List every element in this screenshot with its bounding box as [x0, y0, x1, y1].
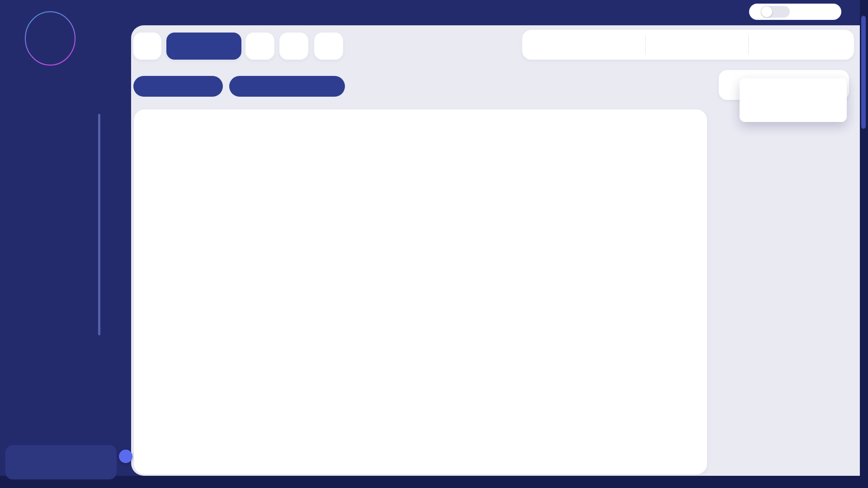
sidebar [0, 0, 131, 476]
app-logo [24, 11, 76, 66]
chevron-down-icon [791, 41, 799, 49]
start-end-picker[interactable] [528, 30, 547, 60]
no-production-view-button[interactable] [314, 33, 343, 60]
material-selection-button[interactable] [133, 76, 223, 97]
pie-view-button[interactable] [133, 33, 161, 60]
chart-card [134, 109, 707, 474]
bottom-page-edge [0, 476, 868, 488]
production-charts [134, 109, 707, 474]
date-filter-bar [522, 30, 854, 60]
qr-view-button[interactable] [245, 33, 274, 60]
device-card[interactable] [5, 445, 117, 479]
calendar-check-icon [528, 39, 541, 51]
aggregation-select[interactable] [760, 30, 799, 60]
sidebar-collapse-button[interactable] [119, 450, 132, 463]
settings-gear-icon[interactable] [845, 6, 859, 19]
tab-production[interactable] [166, 33, 241, 60]
calendar-icon [660, 39, 672, 51]
divider [645, 35, 646, 54]
losses-view-button[interactable] [279, 33, 308, 60]
toggle-knob[interactable] [761, 6, 772, 17]
production-code-selection-button[interactable] [229, 76, 345, 97]
divider [748, 35, 749, 54]
asset-calendar-control[interactable] [749, 4, 841, 20]
clipboard-icon [760, 39, 772, 51]
interval-select[interactable] [660, 30, 700, 60]
asset-calendar-toggle[interactable] [761, 6, 790, 18]
sidebar-scrollbar-thumb[interactable] [98, 114, 100, 335]
trend-icon [726, 81, 737, 92]
chevron-down-icon [691, 41, 700, 49]
machine-selection-dropdown [740, 78, 847, 122]
page-scrollbar-thumb[interactable] [861, 16, 866, 129]
